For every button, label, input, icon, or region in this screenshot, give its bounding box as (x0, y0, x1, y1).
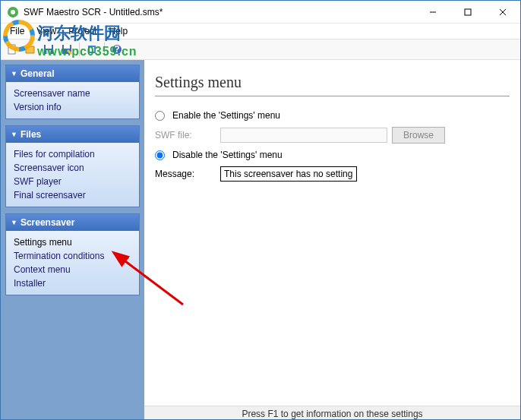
window-title: SWF Maestro SCR - Untitled.sms* (24, 7, 415, 17)
panel-files: ▼Files Files for compilation Screensaver… (5, 125, 140, 207)
svg-rect-8 (46, 45, 52, 49)
radio-disable-settings[interactable] (155, 150, 165, 160)
panel-screensaver: ▼Screensaver Settings menu Termination c… (5, 213, 140, 295)
minimize-button[interactable] (415, 1, 450, 23)
sidebar-item-screensaver-name[interactable]: Screensaver name (14, 87, 131, 100)
status-text: Press F1 to get information on these set… (242, 409, 422, 419)
chevron-down-icon: ▼ (11, 219, 17, 226)
help-button[interactable]: ? (109, 41, 125, 58)
chevron-down-icon: ▼ (11, 131, 17, 138)
menubar: File View Project Help (1, 24, 520, 39)
sidebar-item-files-compilation[interactable]: Files for compilation (14, 147, 131, 161)
menu-file[interactable]: File (5, 24, 29, 38)
radio-enable-settings[interactable] (155, 111, 165, 121)
swf-file-label: SWF file: (155, 130, 216, 141)
sidebar-item-version-info[interactable]: Version info (14, 100, 131, 114)
svg-point-1 (11, 10, 15, 14)
build-button[interactable] (84, 41, 100, 58)
browse-button[interactable]: Browse (392, 127, 445, 144)
disable-settings-label: Disable the 'Settings' menu (172, 150, 283, 160)
page-title: Settings menu (155, 74, 510, 96)
open-button[interactable] (22, 41, 39, 58)
close-button[interactable] (485, 1, 520, 23)
panel-screensaver-header[interactable]: ▼Screensaver (6, 214, 139, 231)
maximize-button[interactable] (450, 1, 485, 23)
svg-rect-11 (64, 45, 70, 49)
sidebar-item-swf-player[interactable]: SWF player (14, 175, 131, 188)
message-label: Message: (155, 169, 216, 179)
content-pane: Settings menu Enable the 'Settings' menu… (144, 60, 520, 420)
statusbar: Press F1 to get information on these set… (144, 406, 520, 420)
chevron-down-icon: ▼ (11, 70, 17, 77)
titlebar: SWF Maestro SCR - Untitled.sms* (1, 1, 520, 24)
svg-rect-13 (90, 47, 94, 52)
toolbar: ? (1, 39, 520, 60)
menu-help[interactable]: Help (105, 24, 133, 38)
menu-project[interactable]: Project (64, 24, 101, 38)
svg-rect-3 (465, 9, 471, 15)
sidebar-item-final-screensaver[interactable]: Final screensaver (14, 188, 131, 202)
menu-view[interactable]: View (32, 24, 61, 38)
new-button[interactable] (4, 41, 21, 58)
saveas-button[interactable] (58, 41, 75, 58)
panel-general-header[interactable]: ▼General (6, 65, 139, 82)
svg-rect-9 (46, 50, 51, 54)
panel-files-header[interactable]: ▼Files (6, 126, 139, 143)
sidebar-item-termination[interactable]: Termination conditions (14, 249, 131, 263)
sidebar-item-context-menu[interactable]: Context menu (14, 263, 131, 276)
sidebar-item-installer[interactable]: Installer (14, 276, 131, 290)
sidebar-item-settings-menu[interactable]: Settings menu (14, 235, 131, 249)
svg-text:?: ? (114, 44, 119, 55)
enable-settings-label: Enable the 'Settings' menu (172, 110, 280, 121)
sidebar: ▼General Screensaver name Version info ▼… (1, 60, 144, 420)
sidebar-item-screensaver-icon[interactable]: Screensaver icon (14, 161, 131, 175)
save-button[interactable] (40, 41, 57, 58)
app-icon (7, 6, 19, 18)
swf-file-input[interactable] (220, 128, 387, 143)
message-input[interactable] (220, 166, 357, 182)
panel-general: ▼General Screensaver name Version info (5, 65, 140, 119)
